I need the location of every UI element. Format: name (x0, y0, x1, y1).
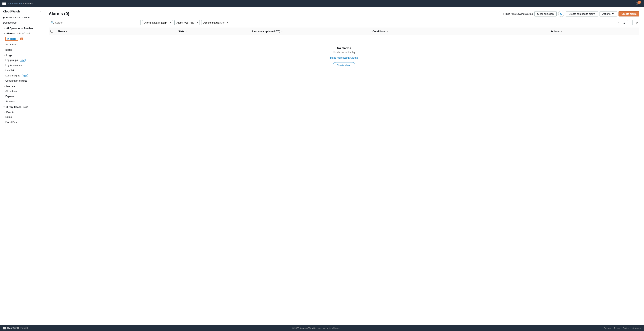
hide-auto-scaling-label: Hide Auto Scaling alarms (501, 12, 533, 15)
sidebar-item-streams[interactable]: Streams (0, 99, 44, 104)
alarm-type-select-wrapper: Alarm type: Any (174, 20, 200, 25)
sidebar-item-favorites[interactable]: ▶ Favorites and recents (0, 15, 44, 20)
sidebar-item-logs-insights[interactable]: Logs Insights New (0, 73, 44, 78)
sidebar-item-all-alarms[interactable]: All alarms (0, 42, 44, 47)
pagination-prev-button[interactable]: ‹ (616, 20, 621, 25)
log-anomalies-label: Log Anomalies (5, 64, 22, 67)
in-alarm-count-badge: 1 (20, 37, 24, 40)
hamburger-menu[interactable] (2, 1, 6, 5)
select-all-checkbox[interactable] (50, 30, 53, 32)
table-header-last-update[interactable]: Last state update (UTC) ▼ (250, 30, 370, 33)
terms-link[interactable]: Terms (614, 327, 620, 329)
actions-status-select[interactable]: Actions status: Any (201, 20, 230, 25)
feedback-button[interactable]: Feedback (18, 327, 28, 330)
xray-group-label: X-Ray traces (6, 105, 22, 108)
sidebar-item-dashboards[interactable]: Dashboards (0, 20, 44, 25)
main-content: Alarms (0) Hide Auto Scaling alarms Clea… (44, 7, 644, 325)
rules-label: Rules (5, 115, 12, 118)
sidebar-favorites-label: Favorites and recents (6, 16, 30, 19)
cloudshell-button[interactable]: ⬜ CloudShell (3, 327, 18, 330)
sidebar-group-events[interactable]: ▼ Events (0, 109, 44, 114)
sidebar-item-explorer[interactable]: Explorer (0, 94, 44, 99)
live-tail-label: Live Tail (5, 69, 14, 72)
state-sort-icon: ▼ (185, 30, 187, 32)
filters-row: 🔍 Alarm state: In alarm Alarm type: Any … (49, 20, 640, 25)
sidebar-group-xray[interactable]: ▼ X-Ray traces New (0, 104, 44, 109)
table-header-state[interactable]: State ▼ (176, 30, 250, 33)
sidebar-collapse-button[interactable]: ‹ (40, 9, 41, 13)
cookie-preferences-link[interactable]: Cookie preferences (623, 327, 641, 329)
create-alarm-empty-button[interactable]: Create alarm (333, 62, 355, 68)
search-box: 🔍 (49, 20, 141, 25)
chevron-down-icon-alarms: ▼ (3, 32, 5, 35)
search-icon: 🔍 (51, 21, 54, 24)
table-settings-button[interactable]: ⚙ (634, 20, 640, 25)
breadcrumb-cloudwatch[interactable]: CloudWatch (8, 2, 22, 5)
chevron-down-icon-metrics: ▼ (3, 85, 5, 87)
read-more-alarms-link[interactable]: Read more about Alarms (49, 56, 639, 59)
table-header-checkbox-cell (49, 30, 56, 32)
disabled-count-value: 0 (24, 32, 25, 35)
logs-insights-label: Logs Insights (5, 74, 20, 77)
sidebar-item-log-groups[interactable]: Log groups New (0, 57, 44, 63)
alarm-disabled-count: ⊘ 0 (22, 32, 25, 35)
alarm-state-select[interactable]: Alarm state: In alarm (142, 20, 173, 25)
chevron-down-icon-events: ▼ (3, 111, 5, 113)
notification-badge: 2 (638, 0, 641, 4)
header-controls: Hide Auto Scaling alarms Clear selection… (501, 11, 640, 17)
sidebar-item-live-tail[interactable]: Live Tail (0, 68, 44, 73)
conditions-column-label: Conditions (372, 30, 386, 33)
alarm-type-select[interactable]: Alarm type: Any (174, 20, 200, 25)
actions-column-label: Actions (550, 30, 560, 33)
actions-chevron-icon: ▼ (612, 12, 614, 15)
table-header-name[interactable]: Name ▼ (56, 30, 176, 33)
alarm-counts: ⚠ 0 ⊘ 0 ✓ 0 (17, 32, 30, 35)
state-column-label: State (178, 30, 184, 33)
all-alarms-label: All alarms (5, 43, 16, 46)
hide-auto-scaling-text: Hide Auto Scaling alarms (505, 12, 533, 15)
ok-count-value: 0 (28, 32, 30, 35)
ok-icon: ✓ (26, 32, 28, 35)
sidebar-item-contributor-insights[interactable]: Contributor Insights (0, 78, 44, 83)
sidebar-item-log-anomalies[interactable]: Log Anomalies (0, 63, 44, 68)
clear-selection-button[interactable]: Clear selection (534, 11, 556, 16)
sidebar-group-metrics[interactable]: ▼ Metrics (0, 83, 44, 88)
sidebar-group-logs[interactable]: ▼ Logs (0, 52, 44, 57)
table-header: Name ▼ State ▼ Last state update (UTC) ▼… (49, 28, 639, 35)
chevron-down-icon: ▼ (3, 27, 5, 29)
log-groups-badge: New (20, 59, 26, 61)
billing-label: Billing (5, 48, 12, 51)
actions-button[interactable]: Actions ▼ (600, 11, 617, 16)
table-header-conditions[interactable]: Conditions ▼ (370, 30, 548, 33)
create-alarm-button[interactable]: Create alarm (618, 11, 640, 16)
sidebar-group-ai-operations[interactable]: ▼ AI Operations Preview (0, 25, 44, 30)
ai-operations-badge: Preview (24, 27, 33, 30)
sidebar-item-in-alarm[interactable]: In alarm 1 (0, 36, 44, 42)
copyright-text: © 2025, Amazon Web Services, Inc. or its… (28, 327, 604, 329)
top-navigation: CloudWatch › Alarms ⚙ 2 (0, 0, 644, 7)
alarms-group-label: Alarms (6, 32, 15, 35)
table-header-actions[interactable]: Actions ▼ (548, 30, 639, 33)
metrics-group-label: Metrics (6, 85, 15, 88)
in-alarm-active-label[interactable]: In alarm (5, 37, 18, 41)
sidebar-item-event-buses[interactable]: Event Buses (0, 119, 44, 125)
privacy-link[interactable]: Privacy (604, 327, 611, 329)
refresh-button[interactable]: ↻ (558, 11, 564, 17)
page-title: Alarms (0) (49, 11, 70, 16)
create-composite-alarm-button[interactable]: Create composite alarm (566, 11, 598, 16)
search-input[interactable] (55, 21, 138, 24)
sidebar-item-all-metrics[interactable]: All metrics (0, 88, 44, 94)
hide-auto-scaling-checkbox[interactable] (501, 13, 504, 15)
sidebar-item-rules[interactable]: Rules (0, 114, 44, 119)
xray-badge: New (22, 105, 28, 108)
conditions-sort-icon: ▼ (386, 30, 388, 32)
pagination: ‹ 1 › (616, 20, 632, 25)
streams-label: Streams (5, 100, 14, 103)
sidebar-item-billing[interactable]: Billing (0, 47, 44, 52)
alarm-state-select-wrapper: Alarm state: In alarm (142, 20, 173, 25)
pagination-next-button[interactable]: › (627, 20, 632, 25)
refresh-icon: ↻ (560, 12, 562, 16)
terminal-icon: ⬜ (3, 327, 6, 330)
alarm-ok-count: ✓ 0 (26, 32, 30, 35)
sidebar-group-alarms[interactable]: ▼ Alarms ⚠ 0 ⊘ 0 ✓ 0 (0, 30, 44, 36)
